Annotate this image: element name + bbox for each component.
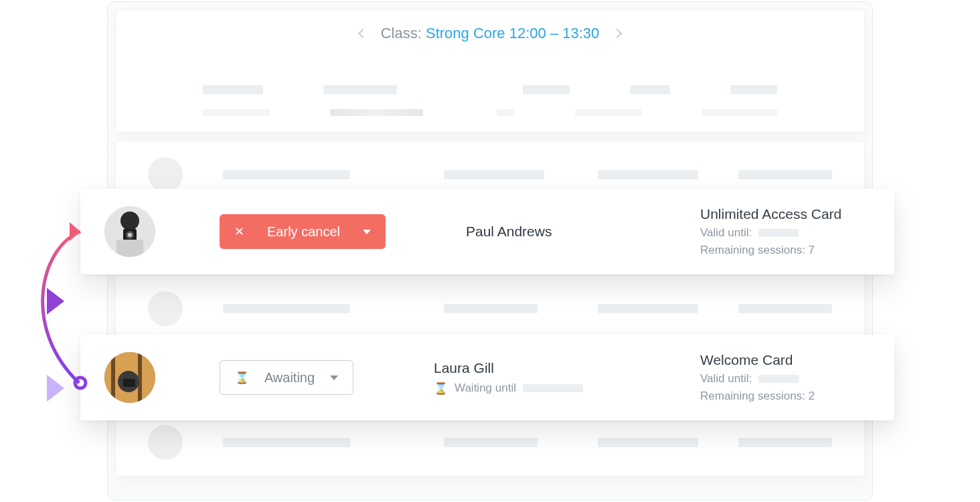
svg-marker-14 xyxy=(47,375,64,402)
placeholder xyxy=(223,170,350,179)
remaining-label: Remaining sessions: 2 xyxy=(700,390,815,403)
avatar xyxy=(104,206,155,257)
close-icon: ✕ xyxy=(234,226,244,238)
membership-col: Welcome Card Valid until: Remaining sess… xyxy=(700,352,868,403)
list-item xyxy=(116,275,864,342)
chevron-down-icon xyxy=(363,230,371,234)
placeholder xyxy=(758,229,799,237)
attendee-name-col: Paul Andrews xyxy=(466,224,653,240)
placeholder xyxy=(523,384,583,392)
membership-col: Unlimited Access Card Valid until: Remai… xyxy=(700,206,868,257)
membership-title: Welcome Card xyxy=(700,352,868,368)
placeholder xyxy=(523,85,570,94)
waiting-until-label: Waiting until xyxy=(455,382,516,395)
class-name: Strong Core 12:00 – 13:30 xyxy=(426,25,599,41)
svg-rect-11 xyxy=(123,379,135,387)
attendee-card: ⌛ Awaiting Laura Gill ⌛ Waiting until We… xyxy=(80,335,894,420)
valid-until-label: Valid until: xyxy=(700,226,752,240)
svg-rect-9 xyxy=(138,352,142,403)
placeholder xyxy=(330,109,423,116)
status-label: Awaiting xyxy=(264,370,315,386)
class-title: Class: Strong Core 12:00 – 13:30 xyxy=(381,25,600,42)
prev-class-button[interactable] xyxy=(358,29,368,38)
hourglass-icon: ⌛ xyxy=(434,382,448,396)
svg-rect-5 xyxy=(116,240,143,257)
remaining-label: Remaining sessions: 7 xyxy=(700,244,815,257)
svg-rect-8 xyxy=(111,352,115,403)
class-header: Class: Strong Core 12:00 – 13:30 xyxy=(115,9,865,133)
next-class-button[interactable] xyxy=(612,29,622,38)
svg-marker-13 xyxy=(47,288,64,315)
placeholder xyxy=(702,109,777,116)
placeholder xyxy=(323,85,397,94)
placeholder xyxy=(497,109,515,116)
placeholder xyxy=(598,438,698,447)
avatar-placeholder xyxy=(148,425,183,460)
avatar-placeholder xyxy=(148,157,183,192)
class-label: Class: xyxy=(381,25,426,41)
avatar-placeholder xyxy=(148,291,183,326)
placeholder xyxy=(598,170,698,179)
placeholder xyxy=(630,85,670,94)
avatar xyxy=(104,352,155,403)
status-label: Early cancel xyxy=(267,224,340,240)
membership-title: Unlimited Access Card xyxy=(700,206,868,222)
placeholder xyxy=(223,304,350,313)
hourglass-icon: ⌛ xyxy=(235,371,249,385)
attendee-card: ✕ Early cancel Paul Andrews Unlimited Ac… xyxy=(80,189,894,274)
svg-point-4 xyxy=(128,233,132,237)
placeholder xyxy=(730,85,777,94)
placeholder xyxy=(444,170,544,179)
placeholder xyxy=(738,304,832,313)
attendee-name: Paul Andrews xyxy=(466,224,653,240)
placeholder xyxy=(203,109,270,116)
chevron-down-icon xyxy=(330,375,338,380)
status-select-early-cancel[interactable]: ✕ Early cancel xyxy=(220,214,386,249)
placeholder xyxy=(738,438,832,447)
placeholder xyxy=(203,85,263,94)
placeholder xyxy=(575,109,642,116)
attendee-name-col: Laura Gill ⌛ Waiting until xyxy=(434,360,621,396)
placeholder xyxy=(444,438,538,447)
attendee-name: Laura Gill xyxy=(434,360,621,376)
valid-until-label: Valid until: xyxy=(700,372,752,386)
svg-marker-12 xyxy=(70,222,80,241)
placeholder xyxy=(223,438,350,447)
placeholder xyxy=(444,304,538,313)
placeholder xyxy=(738,170,832,179)
svg-point-1 xyxy=(120,212,139,230)
status-select-awaiting[interactable]: ⌛ Awaiting xyxy=(220,360,353,395)
placeholder xyxy=(598,304,698,313)
placeholder xyxy=(758,375,799,383)
